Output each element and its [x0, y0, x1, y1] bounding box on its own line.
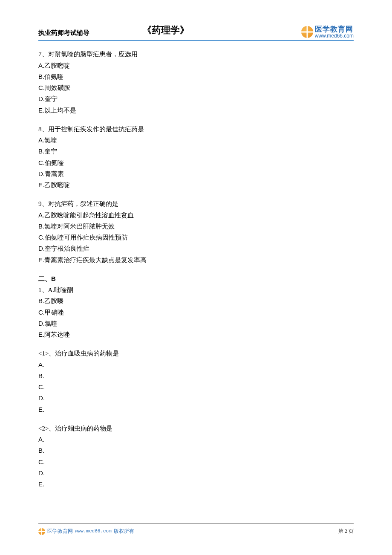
- option-e: E.青蒿素治疗疟疾最大缺点是复发率高: [38, 254, 354, 266]
- logo-brand-name: 医学教育网: [315, 26, 354, 33]
- option-e: E.: [38, 404, 354, 415]
- question-9: 9、对抗疟药，叙述正确的是 A.乙胺嘧啶能引起急性溶血性贫血 B.氯喹对阿米巴肝…: [38, 198, 354, 266]
- header-logo: 医学教育网 www.med66.com: [301, 26, 354, 38]
- option-b: B.伯氨喹: [38, 71, 354, 82]
- footer-divider: [38, 523, 354, 523]
- page-number: 第 2 页: [338, 527, 354, 536]
- option-c: C.伯氨喹: [38, 157, 354, 168]
- option-e: E.乙胺嘧啶: [38, 179, 354, 191]
- option-d: D.青蒿素: [38, 168, 354, 179]
- option-a: A.氯喹: [38, 135, 354, 146]
- footer-logo-cross-icon: [38, 528, 45, 535]
- logo-url: www.med66.com: [315, 33, 354, 39]
- header-subtitle: 执业药师考试辅导: [38, 27, 89, 38]
- subquestion-2: <2>、治疗蛔虫病的药物是 A. B. C. D. E.: [38, 423, 354, 490]
- option-b: B.乙胺嗪: [38, 295, 354, 306]
- option-b: B.: [38, 445, 354, 456]
- footer-content: 医学教育网 www.med66.com 版权所有 第 2 页: [38, 527, 354, 536]
- option-d: D.: [38, 393, 354, 404]
- subquestion-stem: <1>、治疗血吸虫病的药物是: [38, 348, 354, 359]
- footer-copyright: 版权所有: [114, 527, 134, 536]
- question-7: 7、对耐氯喹的脑型疟患者，应选用 A.乙胺嘧啶 B.伯氨喹 C.周效磺胺 D.奎…: [38, 49, 354, 116]
- document-content: 7、对耐氯喹的脑型疟患者，应选用 A.乙胺嘧啶 B.伯氨喹 C.周效磺胺 D.奎…: [38, 49, 354, 490]
- question-8: 8、用于控制疟疾发作的最佳抗疟药是 A.氯喹 B.奎宁 C.伯氨喹 D.青蒿素 …: [38, 124, 354, 191]
- option-c: C.: [38, 457, 354, 468]
- shared-stem: 1、A.吡喹酮: [38, 284, 354, 295]
- option-d: D.奎宁: [38, 93, 354, 104]
- option-b: B.: [38, 370, 354, 382]
- question-stem: 9、对抗疟药，叙述正确的是: [38, 198, 354, 209]
- logo-cross-icon: [301, 26, 313, 38]
- footer-url: www.med66.com: [75, 527, 112, 535]
- footer-brand: 医学教育网: [47, 527, 73, 536]
- section-b-heading: 二、B: [38, 273, 354, 284]
- question-stem: 8、用于控制疟疾发作的最佳抗疟药是: [38, 124, 354, 135]
- subquestion-1: <1>、治疗血吸虫病的药物是 A. B. C. D. E.: [38, 348, 354, 415]
- option-e: E.以上均不是: [38, 105, 354, 116]
- option-b: B.氯喹对阿米巴肝脓肿无效: [38, 221, 354, 232]
- page-header: 执业药师考试辅导 《药理学》 医学教育网 www.med66.com: [38, 26, 354, 41]
- section-b-shared-options: 1、A.吡喹酮 B.乙胺嗪 C.甲硝唑 D.氯喹 E.阿苯达唑: [38, 284, 354, 340]
- subquestion-stem: <2>、治疗蛔虫病的药物是: [38, 423, 354, 434]
- option-a: A.: [38, 434, 354, 445]
- option-c: C.伯氨喹可用作疟疾病因性预防: [38, 232, 354, 243]
- option-c: C.周效磺胺: [38, 82, 354, 93]
- page-title: 《药理学》: [142, 22, 189, 39]
- option-c: C.: [38, 382, 354, 393]
- option-e: E.阿苯达唑: [38, 329, 354, 340]
- option-a: A.乙胺嘧啶: [38, 60, 354, 71]
- question-stem: 7、对耐氯喹的脑型疟患者，应选用: [38, 49, 354, 60]
- option-d: D.氯喹: [38, 318, 354, 329]
- option-e: E.: [38, 479, 354, 490]
- option-a: A.乙胺嘧啶能引起急性溶血性贫血: [38, 210, 354, 221]
- option-a: A.: [38, 359, 354, 370]
- logo-text-group: 医学教育网 www.med66.com: [315, 26, 354, 38]
- page-footer: 医学教育网 www.med66.com 版权所有 第 2 页: [38, 523, 354, 536]
- option-c: C.甲硝唑: [38, 307, 354, 318]
- option-d: D.奎宁根治良性疟: [38, 243, 354, 254]
- option-b: B.奎宁: [38, 146, 354, 157]
- footer-left-group: 医学教育网 www.med66.com 版权所有: [38, 527, 134, 536]
- option-d: D.: [38, 468, 354, 479]
